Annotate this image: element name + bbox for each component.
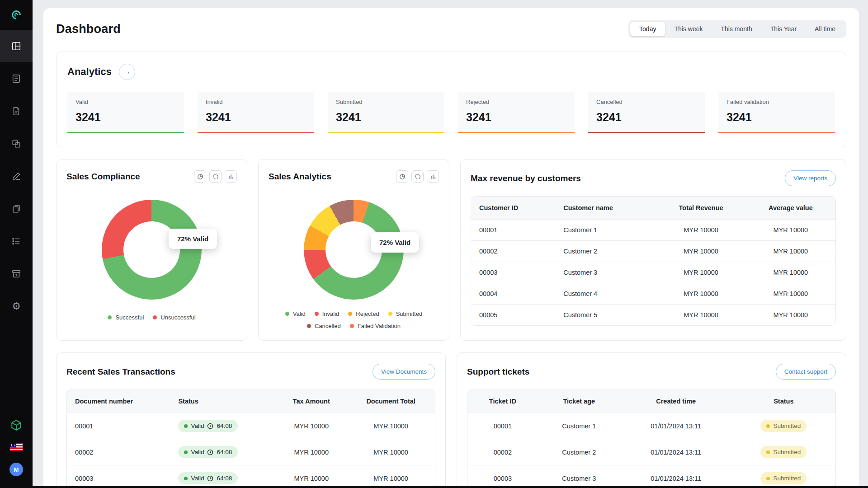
legend-label: Invalid [322, 310, 340, 317]
legend-dot [348, 312, 352, 316]
donut-chart-icon[interactable] [411, 170, 424, 183]
legend-item: Submitted [388, 310, 423, 317]
max-revenue-card: Max revenue by customers View reports Cu… [460, 159, 846, 341]
submitted-status-badge: Submitted [760, 446, 807, 458]
legend-dot [350, 324, 354, 328]
legend-dot [108, 315, 112, 319]
status-dot [184, 424, 188, 428]
column-header: Created time [620, 390, 732, 413]
nav-documents-icon[interactable] [0, 62, 33, 95]
donut-chart-icon[interactable] [209, 170, 222, 183]
valid-status-badge: Valid 64:08 [178, 420, 238, 432]
stat-value: 3241 [75, 111, 176, 124]
cell-ticket-age: Customer 2 [538, 439, 620, 465]
cell-tax-amount: MYR 10000 [276, 465, 347, 488]
nav-import-icon[interactable] [0, 258, 33, 290]
stat-label: Submitted [336, 99, 436, 105]
column-header: Ticket ID [467, 390, 538, 413]
pie-chart-icon[interactable] [396, 170, 408, 183]
filter-this-week[interactable]: This week [665, 22, 712, 36]
nav-products-icon[interactable] [0, 127, 33, 160]
bar-chart-icon[interactable] [427, 170, 439, 183]
cell-average-value: MYR 10000 [746, 220, 835, 241]
stat-label: Rejected [466, 99, 566, 105]
cell-ticket-age: Customer 1 [538, 413, 620, 439]
cell-document-total: MYR 10000 [347, 439, 435, 465]
cell-total-revenue: MYR 10000 [656, 262, 746, 283]
column-header: Customer name [555, 197, 656, 220]
nav-invoice-icon[interactable] [0, 95, 33, 127]
status-dot [766, 450, 770, 454]
bar-chart-icon[interactable] [225, 170, 237, 183]
cell-document-total: MYR 10000 [347, 413, 435, 439]
status-dot [184, 477, 188, 480]
pie-chart-icon[interactable] [194, 170, 206, 183]
analytics-title: Analytics [67, 66, 112, 78]
valid-status-badge: Valid 64:08 [178, 446, 238, 458]
column-header: Document Total [347, 390, 435, 413]
sales-analytics-card: Sales Analytics 72% Valid Valid [258, 159, 449, 341]
view-documents-button[interactable]: View Documents [373, 364, 435, 380]
user-avatar[interactable]: M [9, 463, 23, 476]
nav-sign-document-icon[interactable] [0, 160, 33, 192]
legend-item: Unsuccessful [153, 314, 195, 321]
cell-created-time: 01/01/2024 13:11 [620, 413, 732, 439]
cell-tax-amount: MYR 10000 [276, 413, 347, 439]
filter-all-time[interactable]: All time [806, 22, 844, 36]
column-header: Status [732, 390, 835, 413]
max-revenue-table: Customer ID Customer name Total Revenue … [471, 196, 836, 326]
sandbox-cube-icon[interactable] [0, 419, 33, 431]
cell-customer-name: Customer 4 [555, 283, 656, 305]
timer-value: 64:08 [217, 422, 232, 429]
stat-label: Invalid [206, 99, 306, 105]
table-row: 00004 Customer 4 MYR 10000 MYR 10000 [471, 283, 835, 305]
filter-this-year[interactable]: This Year [761, 22, 806, 36]
legend-dot [153, 315, 157, 319]
column-header: Average value [746, 197, 835, 220]
clock-icon [207, 423, 213, 429]
sales-analytics-title: Sales Analytics [269, 172, 331, 182]
gear-icon: ⚙ [12, 301, 21, 311]
table-row: 00003 Customer 3 01/01/2024 13:11 Submit… [467, 465, 835, 488]
malaysia-flag-icon[interactable] [10, 443, 23, 451]
status-dot [766, 424, 770, 428]
cell-status: Valid 64:08 [170, 413, 276, 439]
legend-item: Valid [285, 310, 306, 317]
nav-settings-icon[interactable]: ⚙ [0, 290, 33, 323]
legend-item: Invalid [315, 310, 340, 317]
stat-value: 3241 [596, 111, 697, 124]
cell-customer-id: 00002 [471, 241, 555, 262]
view-reports-button[interactable]: View reports [785, 170, 836, 186]
nav-library-icon[interactable] [0, 192, 33, 225]
stat-label: Valid [75, 99, 176, 105]
cell-ticket-id: 00001 [467, 413, 538, 439]
column-header: Tax Amount [276, 390, 347, 413]
clock-icon [207, 475, 213, 482]
time-filter-group: Today This week This month This Year All… [628, 20, 846, 38]
column-header: Total Revenue [656, 197, 746, 220]
cell-document-number: 00001 [67, 413, 170, 439]
filter-today[interactable]: Today [630, 22, 665, 36]
analytics-arrow-button[interactable]: → [119, 64, 135, 80]
legend-dot [285, 312, 289, 316]
legend-dot [388, 312, 392, 316]
app-logo[interactable] [0, 0, 33, 30]
table-row: 00005 Customer 5 MYR 10000 MYR 10000 [471, 305, 835, 326]
contact-support-button[interactable]: Contact support [776, 364, 836, 380]
nav-dashboard-icon[interactable] [0, 30, 33, 62]
status-label: Valid [191, 422, 204, 429]
table-row: 00003 Customer 3 MYR 10000 MYR 10000 [471, 262, 835, 283]
recent-transactions-title: Recent Sales Transactions [66, 367, 175, 377]
sales-compliance-card: Sales Compliance 72% Valid Successful [56, 159, 247, 341]
nav-list-icon[interactable] [0, 225, 33, 258]
cell-customer-name: Customer 2 [555, 241, 656, 262]
stat-label: Failed validation [726, 99, 827, 105]
cell-status: Submitted [732, 413, 835, 439]
stat-valid: Valid 3241 [67, 92, 184, 133]
cell-tax-amount: MYR 10000 [276, 439, 347, 465]
cell-document-number: 00003 [67, 465, 170, 488]
table-row: 00001 Valid 64:08 MYR 10000 [67, 413, 435, 439]
filter-this-month[interactable]: This month [712, 22, 761, 36]
status-label: Valid [191, 449, 204, 455]
cell-status: Valid 64:08 [170, 465, 276, 488]
